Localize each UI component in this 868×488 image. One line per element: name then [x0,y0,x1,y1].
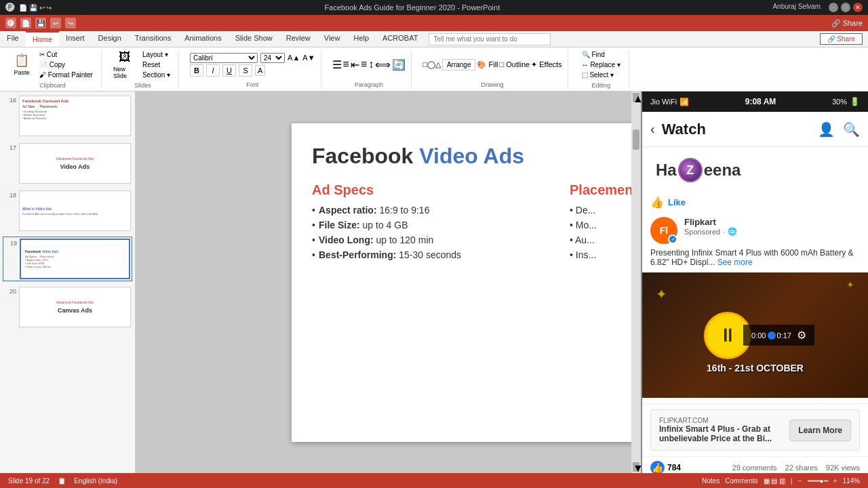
tab-animations[interactable]: Animations [178,31,228,47]
tab-help[interactable]: Help [347,31,376,47]
zoom-in-button[interactable]: + [833,477,837,485]
status-bar-right: Notes Comments ▦ ▤ ▥ | − ━━━●━ + 114% [702,477,860,485]
italic-button[interactable]: I [206,64,220,77]
minimize-button[interactable]: – [829,3,838,12]
undo-icon[interactable]: ↩ [50,18,61,28]
paragraph-group: ☰ ≡ ⇤ ≡ ↕ ⟺ 🔄 Paragraph [327,50,412,88]
slide-number: 17 [4,143,16,184]
redo-icon[interactable]: ↪ [65,18,76,28]
ad-card-left: FLIPKART.COM Infinix Smart 4 Plus - Grab… [659,417,781,443]
replace-button[interactable]: ↔ Replace ▾ [579,60,623,69]
strikethrough-button[interactable]: S [239,64,252,77]
font-decrease-button[interactable]: A▼ [302,54,315,62]
watch-title: Watch [662,121,811,138]
reset-button[interactable]: Reset [140,60,173,69]
save-icon[interactable]: 💾 [35,18,46,28]
tell-me-input[interactable] [429,33,551,45]
shapes-button[interactable]: □◯△ [422,60,441,69]
format-painter-button[interactable]: 🖌 Format Painter [37,70,96,79]
title-bar-left: 🅟 📄 💾 ↩ ↪ [5,2,52,13]
search-icon[interactable]: 🔍 [843,121,860,138]
comments-button[interactable]: Comments [725,477,757,485]
notes-button[interactable]: Notes [702,477,719,485]
new-slide-button[interactable]: 🖼 New Slide [113,52,137,77]
share-button[interactable]: 🔗 Share [820,33,863,45]
new-icon[interactable]: 📄 [20,18,31,28]
align-center-button[interactable]: ≡ [361,58,367,70]
tab-view[interactable]: View [317,31,347,47]
engagement-counts: 29 comments 22 shares 92K views [732,464,860,472]
slide-item[interactable]: 17 Advanced Facebook Ads Video Ads [3,142,132,185]
font-family-select[interactable]: Calibri [190,53,258,63]
align-left-button[interactable]: ⇤ [351,58,359,71]
tab-acrobat[interactable]: ACROBAT [376,31,425,47]
copy-button[interactable]: 📄 Copy [37,60,96,69]
hazeena-z-circle: Z [678,158,703,182]
time-total: 0:17 [777,331,791,340]
sparkle-icon: ✦ [656,286,667,302]
ad-domain: FLIPKART.COM [659,417,781,424]
align-text-button[interactable]: ⟺ [375,58,391,71]
layout-button[interactable]: Layout ▾ [140,50,173,59]
tab-transitions[interactable]: Transitions [128,31,178,47]
slide-item[interactable]: 16 Facebook Carousel Ads Ad Sites Placem… [3,94,132,138]
scroll-down-button[interactable]: ▼ [633,462,639,472]
comments-count: 29 comments [732,464,777,472]
tab-review[interactable]: Review [279,31,317,47]
learn-more-button[interactable]: Learn More [789,420,851,441]
convert-smartart-button[interactable]: 🔄 [392,58,406,71]
shape-fill-button[interactable]: 🎨 Fill [477,60,498,69]
scroll-thumb[interactable] [633,129,639,150]
profile-icon[interactable]: 👤 [818,121,835,138]
tab-file[interactable]: File [0,31,26,47]
font-size-select[interactable]: 24 [260,53,285,63]
settings-button[interactable]: ⚙ [797,329,806,342]
see-more-link[interactable]: See more [717,258,753,267]
tab-insert[interactable]: Insert [59,31,92,47]
shape-outline-button[interactable]: □ Outline [500,60,530,68]
scroll-up-button[interactable]: ▲ [633,93,639,102]
slide-item-active[interactable]: 19 Facebook Video Ads Ad Specs Placement… [3,237,132,281]
editing-group: 🔍 Find ↔ Replace ▾ ⬚ Select ▾ Editing [574,50,629,88]
arrange-button[interactable]: Arrange [442,59,476,70]
maximize-button[interactable]: □ [841,3,850,12]
text-direction-button[interactable]: ↕ [368,58,374,70]
big-video: ✦ ✦ ⏸ 16th - 21st OCTOBER 0:00 0:17 ⚙ [642,272,868,398]
pp-icon[interactable]: 🅟 [5,18,16,28]
zoom-out-button[interactable]: − [798,477,802,485]
underline-button[interactable]: U [222,64,236,77]
slide-title-black: Facebook [312,144,413,168]
font-increase-button[interactable]: A▲ [288,54,300,62]
select-button[interactable]: ⬚ Select ▾ [579,70,623,79]
view-icons: ▦ ▤ ▥ [764,477,786,485]
language-info: English (India) [74,477,117,485]
drawing-label: Drawing [481,81,503,88]
like-button[interactable]: 👍 Like [650,196,686,209]
zoom-slider[interactable]: ━━━●━ [808,477,828,485]
tab-design[interactable]: Design [92,31,128,47]
hazeena-ha: Ha [656,161,677,180]
v-scrollbar[interactable]: ▲ ▼ [631,92,641,473]
find-button[interactable]: 🔍 Find [579,50,623,59]
like-count: 784 [667,463,681,472]
tab-slideshow[interactable]: Slide Show [229,31,279,47]
font-color-button[interactable]: A [255,65,265,76]
section-button[interactable]: Section ▾ [140,70,173,79]
slide-thumb: Facebook Carousel Ads Ad Sites Placement… [19,96,131,136]
video-controls: 0:00 0:17 ⚙ [743,325,814,346]
close-button[interactable]: ✕ [853,3,863,12]
video-section: Fl ✓ Flipkart Sponsored · 🌐 Presenting I… [642,211,868,404]
cut-button[interactable]: ✂ Cut [37,50,96,59]
shape-effects-button[interactable]: ✦ Effects [531,60,561,69]
slide-item[interactable]: 20 Advanced Facebook Ads Canvas Ads [3,285,132,329]
back-button[interactable]: ‹ [650,121,655,137]
bold-button[interactable]: B [190,64,203,77]
numbering-button[interactable]: ≡ [343,58,349,70]
advertiser-info: Flipkart Sponsored · 🌐 [684,217,860,236]
font-group: Calibri 24 A▲ A▼ B I U S A Font [184,50,321,88]
tab-home[interactable]: Home [26,31,59,47]
slide-item[interactable]: 18 What is Video Ads Facebook Ads are no… [3,189,132,232]
paste-button[interactable]: 📋 Paste [9,52,34,77]
bullets-button[interactable]: ☰ [332,58,342,71]
share-button[interactable]: 🔗 Share [831,19,863,28]
